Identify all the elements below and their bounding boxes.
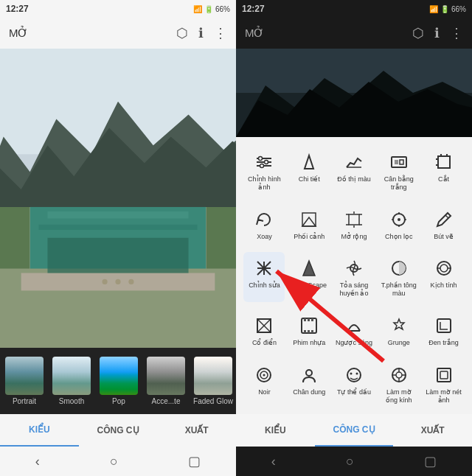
tool-chinh-hinh-anh[interactable]: Chỉnh hình ảnh: [243, 146, 285, 196]
svg-marker-25: [305, 155, 313, 169]
svg-rect-88: [440, 371, 448, 379]
left-tab-xuat[interactable]: XUẤT: [157, 414, 236, 447]
svg-point-12: [128, 279, 133, 284]
tool-lam-mo-net-anh[interactable]: Làm mờ nét ảnh: [423, 359, 465, 409]
more-icon[interactable]: ⋮: [214, 25, 227, 41]
tool-chi-tiet[interactable]: Chi tiết: [288, 146, 330, 196]
svg-point-24: [260, 164, 264, 168]
left-status-icons: 📶 🔋 66%: [193, 5, 230, 13]
svg-point-45: [398, 218, 400, 221]
tool-noir[interactable]: Noir: [243, 359, 285, 409]
tool-co-dien[interactable]: Cổ điển: [243, 309, 285, 351]
layers-icon[interactable]: ⬡: [176, 25, 188, 41]
svg-marker-36: [302, 217, 316, 226]
tool-row-1: Chỉnh hình ảnh Chi tiết Đồ thị màu Cân b…: [236, 143, 472, 199]
svg-rect-67: [308, 318, 310, 321]
svg-rect-6: [39, 225, 198, 230]
info-icon[interactable]: ℹ: [198, 25, 204, 41]
right-status-icons: 📶 🔋 66%: [429, 5, 466, 13]
left-filter-strip: Portrait Smooth Pop Acce...te Faded Glow…: [0, 348, 236, 414]
svg-point-79: [350, 372, 352, 374]
svg-point-82: [396, 372, 402, 378]
svg-point-77: [306, 370, 312, 376]
svg-rect-87: [437, 368, 451, 382]
left-main-image: [0, 49, 236, 348]
right-top-bar: MỞ ⬡ ℹ ⋮: [236, 18, 472, 49]
tool-phoi-canh[interactable]: Phối cảnh: [288, 203, 330, 245]
left-bottom-tabs: KIỂU CÔNG CỤ XUẤT: [0, 414, 236, 447]
svg-point-11: [115, 279, 120, 284]
tool-phim-nhua[interactable]: Phim nhựa: [288, 309, 330, 351]
right-top-icons: ⬡ ℹ ⋮: [412, 25, 463, 41]
right-tab-cong-cu[interactable]: CÔNG CỤ: [315, 414, 394, 447]
right-recents-icon[interactable]: ▢: [424, 453, 437, 469]
svg-point-80: [355, 372, 358, 374]
right-more-icon[interactable]: ⋮: [450, 25, 463, 41]
filter-pop[interactable]: Pop: [97, 357, 140, 405]
right-tools-grid: Chỉnh hình ảnh Chi tiết Đồ thị màu Cân b…: [236, 137, 472, 414]
svg-rect-29: [400, 160, 403, 164]
tool-do-thi-mau[interactable]: Đồ thị màu: [333, 146, 375, 196]
svg-rect-14: [47, 238, 188, 273]
left-status-bar: 12:27 📶 🔋 66%: [0, 0, 236, 18]
tool-nguoc-sang[interactable]: Ngược sáng: [333, 309, 375, 351]
svg-marker-7: [0, 207, 30, 278]
svg-point-76: [263, 374, 266, 376]
filter-smooth-label: Smooth: [59, 397, 84, 405]
tool-tu-the-dau[interactable]: Tự thể dấu: [333, 359, 375, 409]
tool-lam-mo-ong-kinh[interactable]: Làm mờ ống kính: [378, 359, 420, 409]
right-back-icon[interactable]: ‹: [271, 454, 276, 469]
left-time: 12:27: [6, 4, 29, 14]
left-tab-cong-cu[interactable]: CÔNG CỤ: [79, 414, 158, 447]
tool-chinh-sua[interactable]: Chỉnh sửa: [243, 252, 285, 302]
svg-line-50: [445, 215, 448, 218]
filter-accent[interactable]: Acce...te: [145, 357, 187, 405]
tool-can-bang-trang[interactable]: Cân bằng trắng: [378, 146, 420, 196]
tool-t-phan-tong-mau[interactable]: T.phần tông màu: [378, 252, 420, 302]
tool-row-3: Chỉnh sửa HDR Scape Tỏa sáng huyền ảo T.…: [236, 249, 472, 305]
svg-rect-5: [47, 211, 188, 219]
svg-rect-30: [438, 156, 450, 168]
left-tab-kieu[interactable]: KIỂU: [0, 414, 79, 447]
tool-chan-dung[interactable]: Chân dung: [288, 359, 330, 409]
filter-faded[interactable]: Faded Glow: [192, 357, 235, 405]
right-bottom-tabs: KIỂU CÔNG CỤ XUẤT: [236, 414, 472, 447]
tool-xoay[interactable]: Xoay: [243, 203, 285, 245]
left-top-icons: ⬡ ℹ ⋮: [176, 25, 227, 41]
left-top-bar: MỞ ⬡ ℹ ⋮: [0, 18, 236, 49]
svg-rect-71: [311, 330, 313, 333]
filter-portrait[interactable]: Portrait: [3, 357, 46, 405]
right-layers-icon[interactable]: ⬡: [412, 25, 424, 41]
svg-point-13: [103, 279, 108, 284]
tool-grunge[interactable]: Grunge: [378, 309, 420, 351]
back-icon[interactable]: ‹: [35, 454, 40, 469]
right-home-icon[interactable]: ○: [346, 454, 354, 469]
svg-point-59: [440, 265, 448, 272]
tool-hdr-scape[interactable]: HDR Scape: [288, 252, 330, 302]
svg-rect-66: [304, 318, 306, 321]
right-time: 12:27: [242, 4, 265, 14]
tool-den-trang[interactable]: Đen trắng: [423, 309, 465, 351]
filter-smooth[interactable]: Smooth: [50, 357, 93, 405]
tool-row-2: Xoay Phối cảnh Mở rộng Chọn lọc: [236, 200, 472, 248]
tool-mo-rong[interactable]: Mở rộng: [333, 203, 375, 245]
right-image-preview: [236, 49, 472, 137]
right-info-icon[interactable]: ℹ: [434, 25, 440, 41]
tool-kich-tinh[interactable]: Kịch tính: [423, 252, 465, 302]
tool-cat[interactable]: Cắt: [423, 146, 465, 196]
svg-rect-70: [308, 330, 310, 333]
svg-rect-73: [437, 319, 451, 332]
tool-toa-sang-huyen-ao[interactable]: Tỏa sáng huyền ảo: [333, 252, 375, 302]
tool-chon-loc[interactable]: Chọn lọc: [378, 203, 420, 245]
right-tab-kieu[interactable]: KIỂU: [236, 414, 315, 447]
svg-rect-27: [392, 157, 406, 167]
svg-rect-69: [304, 330, 306, 333]
left-nav-bar: ‹ ○ ▢: [0, 447, 236, 476]
right-tab-xuat[interactable]: XUẤT: [393, 414, 472, 447]
recents-icon[interactable]: ▢: [188, 453, 201, 469]
tool-row-5: Noir Chân dung Tự thể dấu Làm mờ ống kín…: [236, 356, 472, 412]
tool-but-ve[interactable]: Bút vẽ: [423, 203, 465, 245]
left-panel: 12:27 📶 🔋 66% MỞ ⬡ ℹ ⋮: [0, 0, 236, 476]
home-icon[interactable]: ○: [110, 454, 118, 469]
svg-rect-37: [349, 214, 359, 225]
